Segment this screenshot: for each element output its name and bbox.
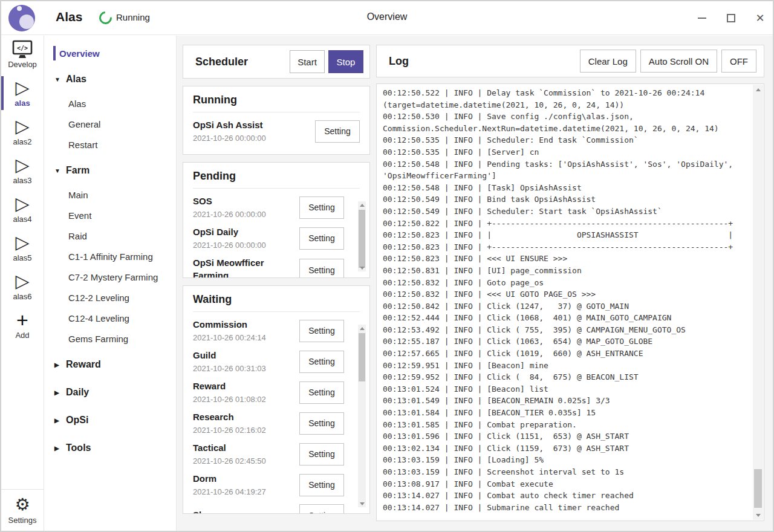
waiting-scrollbar[interactable] [358, 325, 366, 507]
rail-item-alas4[interactable]: ▷ alas4 [1, 190, 44, 229]
clear-log-button[interactable]: Clear Log [580, 50, 636, 73]
scrollbar-thumb[interactable] [359, 333, 365, 381]
scroll-up-icon[interactable] [358, 201, 366, 209]
nav-item[interactable]: C7-2 Mystery Farming [45, 267, 176, 287]
waiting-title: Waiting [193, 293, 360, 306]
svg-text:</>: </> [17, 45, 28, 51]
task-name: Reward [193, 380, 296, 392]
log-line: 00:13:03.159 | INFO | Screenshot interva… [383, 466, 748, 478]
nav-item[interactable]: ▼ Alas [45, 67, 176, 91]
setting-button[interactable]: Setting [299, 351, 344, 373]
rail-item-alas2[interactable]: ▷ alas2 [1, 112, 44, 151]
task-next-run: 2021-10-26 04:19:27 [193, 487, 296, 498]
setting-button[interactable]: Setting [299, 196, 344, 219]
nav-item[interactable]: ▶ Reward [45, 352, 176, 377]
log-output: 00:12:50.522 | INFO | Delay task `Commis… [383, 87, 748, 518]
log-line: 00:12:50.548 | INFO | [Task] OpsiAshAssi… [383, 182, 748, 194]
nav-item[interactable]: General [45, 114, 176, 134]
task-row: Dorm 2021-10-26 04:19:27 Setting [193, 472, 344, 498]
rail-item-alas5[interactable]: ▷ alas5 [1, 229, 44, 267]
task-row: Research 2021-10-26 02:16:02 Setting [193, 410, 344, 436]
setting-button[interactable]: Setting [299, 504, 344, 514]
scroll-down-icon[interactable] [358, 264, 366, 271]
play-icon: ▷ [1, 271, 44, 291]
close-button[interactable]: ✕ [753, 11, 767, 25]
nav-item[interactable]: ▶ Tools [45, 436, 176, 460]
log-line: 00:12:59.951 | INFO | [Beacon] mine [383, 360, 748, 372]
log-line: 00:12:50.832 | INFO | Goto page_os [383, 277, 748, 289]
nav-item[interactable]: Main [45, 184, 176, 205]
rail-item-alas3[interactable]: ▷ alas3 [1, 151, 44, 190]
nav-item[interactable]: Alas [45, 93, 176, 114]
task-row: Reward 2021-10-26 01:08:02 Setting [193, 380, 344, 405]
log-line: 00:12:50.831 | INFO | [UI] page_commissi… [383, 265, 748, 277]
log-scrollbar[interactable] [753, 85, 763, 520]
setting-button[interactable]: Setting [299, 320, 344, 342]
nav-item[interactable]: C12-2 Leveling [45, 287, 176, 308]
setting-button[interactable]: Setting [299, 443, 344, 465]
nav-item-label: Reward [66, 359, 101, 370]
scrollbar-thumb[interactable] [754, 469, 762, 508]
nav-item[interactable]: ▶ OpSi [45, 408, 176, 432]
log-line: 00:12:50.522 | INFO | Delay task `Commis… [383, 87, 748, 111]
rail-item-develop[interactable]: </> Develop [1, 36, 44, 74]
setting-button[interactable]: Setting [299, 412, 344, 435]
setting-button[interactable]: Setting [299, 259, 344, 278]
chevron-icon: ▶ [54, 389, 66, 396]
log-line: 00:12:50.842 | INFO | Click (1247, 37) @… [383, 300, 748, 313]
scroll-down-icon[interactable] [753, 510, 763, 520]
setting-button[interactable]: Setting [315, 120, 360, 143]
nav-item[interactable]: ▼ Farm [45, 158, 176, 183]
start-button[interactable]: Start [290, 50, 325, 73]
task-next-run: 2021-10-26 01:08:02 [193, 394, 296, 405]
scrollbar-thumb[interactable] [359, 210, 365, 268]
autoscroll-on-button[interactable]: Auto Scroll ON [640, 50, 717, 73]
nav-item[interactable]: Raid [45, 225, 176, 246]
setting-button[interactable]: Setting [299, 381, 344, 404]
log-line: 00:12:50.549 | INFO | Scheduler: Start t… [383, 206, 748, 218]
add-instance-button[interactable]: + Add [1, 306, 44, 345]
log-line: 00:12:57.665 | INFO | Click (1019, 660) … [383, 348, 748, 360]
nav-item[interactable]: Gems Farming [45, 328, 176, 349]
nav-item-label: Alas [68, 99, 86, 109]
nav-item[interactable]: C12-4 Leveling [45, 308, 176, 328]
scroll-up-icon[interactable] [753, 85, 763, 94]
task-name: Shop [193, 508, 296, 514]
task-next-run: 2021-10-26 00:00:00 [193, 209, 296, 220]
log-line: 00:12:50.549 | INFO | Bind task OpsiAshA… [383, 193, 748, 206]
stop-button[interactable]: Stop [328, 50, 363, 73]
rail-item-alas[interactable]: ▷ alas [1, 74, 44, 112]
play-icon: ▷ [1, 232, 44, 253]
rail-item-settings[interactable]: ⚙ Settings [1, 489, 44, 531]
log-line: 00:12:50.822 | INFO | +-----------------… [383, 218, 748, 230]
nav-item[interactable]: Restart [45, 134, 176, 155]
scroll-up-icon[interactable] [358, 325, 366, 332]
task-name: Dorm [193, 472, 296, 485]
log-line: 00:12:50.530 | INFO | Save config ./conf… [383, 111, 748, 134]
nav-item[interactable]: C1-1 Affinity Farming [45, 246, 176, 267]
develop-icon: </> [11, 39, 34, 59]
setting-button[interactable]: Setting [299, 227, 344, 250]
instance-rail: </> Develop ▷ alas ▷ alas2 ▷ alas3 ▷ ala… [1, 36, 44, 531]
nav-item-label: Farm [66, 165, 89, 176]
task-next-run: 2021-10-26 02:45:50 [193, 456, 296, 467]
nav-item[interactable]: Overview [45, 43, 176, 63]
log-line: 00:12:55.187 | INFO | Click (1063, 654) … [383, 336, 748, 348]
running-panel: Running OpSi Ash Assist 2021-10-26 00:00… [183, 86, 370, 155]
chevron-icon: ▼ [54, 76, 66, 83]
minimize-button[interactable] [695, 11, 709, 25]
autoscroll-off-button[interactable]: OFF [721, 50, 756, 73]
log-line: 00:12:50.823 | INFO | | OPSIASHASSIST | [383, 229, 748, 241]
nav-item[interactable]: Event [45, 205, 176, 225]
task-name: Research [193, 410, 296, 423]
nav-item[interactable]: ▶ Daily [45, 380, 176, 404]
task-row: Commission 2021-10-26 00:24:14 Setting [193, 318, 344, 343]
scroll-down-icon[interactable] [358, 500, 366, 507]
setting-button[interactable]: Setting [299, 474, 344, 496]
rail-item-alas6[interactable]: ▷ alas6 [1, 267, 44, 306]
play-icon: ▷ [1, 193, 44, 214]
waiting-task-list: Commission 2021-10-26 00:24:14 Setting G… [193, 318, 344, 514]
maximize-button[interactable] [724, 11, 738, 25]
pending-scrollbar[interactable] [358, 201, 366, 271]
nav-item-label: Event [68, 210, 91, 221]
